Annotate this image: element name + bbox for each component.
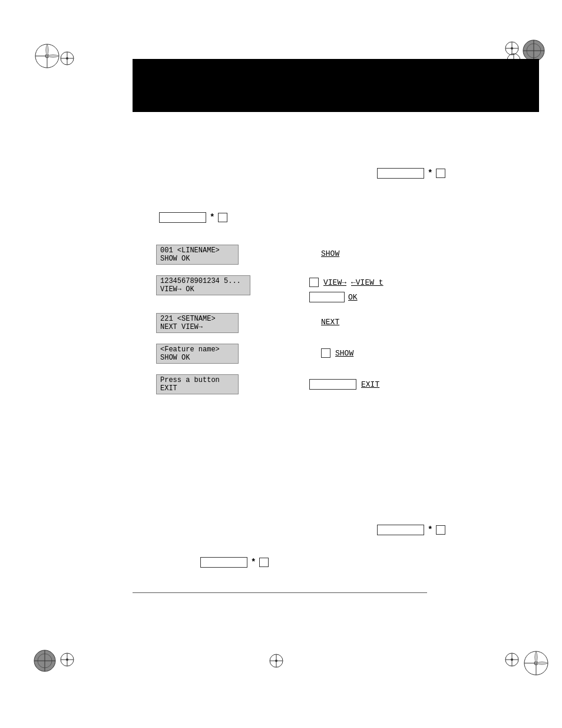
row-setname: 221 <SETNAME> NEXT VIEW→ NEXT [156, 313, 384, 333]
svg-point-27 [66, 658, 68, 661]
top-right-star: * [428, 169, 432, 178]
exit-input[interactable] [309, 379, 356, 390]
screen-exit: Press a button EXIT [156, 374, 274, 394]
bottom-right-input[interactable] [377, 525, 424, 535]
feature-checkbox[interactable] [321, 348, 330, 358]
row-feature: <Feature name> SHOW OK SHOW [156, 344, 384, 364]
row-exit: Press a button EXIT EXIT [156, 374, 384, 394]
screen-line1-exit: Press a button [160, 376, 234, 384]
screen-line1-view: 12345678901234 5... [160, 277, 246, 285]
screen-line1-setname: 221 <SETNAME> [160, 315, 234, 323]
mid-left-star: * [210, 213, 214, 222]
row-view-right: VIEW→ ←VIEW t OK [309, 275, 384, 302]
reg-mark-bottom-right-circle [521, 648, 551, 680]
show-label-1[interactable]: SHOW [321, 249, 339, 258]
next-label[interactable]: NEXT [321, 318, 339, 327]
mid-left-input-group: * [159, 212, 227, 223]
screen-box-view: 12345678901234 5... VIEW→ OK [156, 275, 250, 295]
bottom-left-checkbox[interactable] [259, 558, 269, 567]
reg-mark-top-left [32, 41, 62, 73]
screen-line1-feature: <Feature name> [160, 345, 234, 354]
bottom-left-input-group: * [200, 557, 269, 568]
screen-linename: 001 <LINENAME> SHOW OK [156, 245, 274, 265]
reg-mark-bottom-left [59, 651, 75, 670]
bottom-right-input-group: * [377, 525, 445, 535]
svg-point-31 [275, 660, 277, 662]
view-left-label[interactable]: ←VIEW t [351, 278, 384, 287]
screen-box-exit: Press a button EXIT [156, 374, 239, 394]
screen-box-feature: <Feature name> SHOW OK [156, 344, 239, 364]
show-label-2[interactable]: SHOW [335, 349, 353, 358]
view-checkbox[interactable] [309, 278, 319, 287]
svg-point-11 [511, 47, 513, 50]
view-input[interactable] [309, 292, 345, 302]
bottom-left-input[interactable] [200, 557, 247, 568]
reg-mark-bottom-right [504, 651, 520, 670]
bottom-left-star: * [251, 558, 256, 567]
mid-left-input[interactable] [159, 212, 206, 223]
screen-line2-view: VIEW→ OK [160, 285, 246, 294]
top-right-checkbox[interactable] [436, 169, 445, 178]
screen-box-linename: 001 <LINENAME> SHOW OK [156, 245, 239, 265]
bottom-right-star: * [428, 525, 432, 535]
bottom-right-checkbox[interactable] [436, 525, 445, 535]
svg-point-35 [511, 658, 513, 661]
row-exit-right: EXIT [309, 374, 379, 390]
horizontal-rule [133, 592, 427, 593]
main-content: 001 <LINENAME> SHOW OK SHOW 123456789012… [156, 245, 384, 405]
screen-line2-setname: NEXT VIEW→ [160, 323, 234, 331]
screen-box-setname: 221 <SETNAME> NEXT VIEW→ [156, 313, 239, 333]
svg-point-7 [66, 57, 68, 60]
screen-view: 12345678901234 5... VIEW→ OK [156, 275, 274, 295]
screen-setname: 221 <SETNAME> NEXT VIEW→ [156, 313, 274, 333]
row-linename-right: SHOW [321, 245, 339, 258]
exit-label[interactable]: EXIT [361, 380, 379, 389]
row-view: 12345678901234 5... VIEW→ OK VIEW→ ←VIEW… [156, 275, 384, 302]
header-bar [133, 59, 539, 112]
screen-line2-linename: SHOW OK [160, 255, 234, 263]
screen-line2-feature: SHOW OK [160, 354, 234, 362]
top-right-input-group: * [377, 168, 445, 179]
ok-label-view[interactable]: OK [348, 293, 358, 302]
reg-mark-bottom-center [268, 653, 285, 671]
row-linename: 001 <LINENAME> SHOW OK SHOW [156, 245, 384, 265]
reg-mark-top-left-2 [59, 50, 75, 69]
reg-mark-bottom-left-circle [32, 648, 57, 676]
screen-line1-linename: 001 <LINENAME> [160, 246, 234, 255]
mid-left-checkbox[interactable] [218, 213, 227, 222]
screen-feature: <Feature name> SHOW OK [156, 344, 274, 364]
screen-line2-exit: EXIT [160, 384, 234, 393]
view-right-label[interactable]: VIEW→ [323, 278, 346, 287]
row-feature-right: SHOW [321, 344, 353, 358]
row-setname-right: NEXT [321, 313, 339, 327]
top-right-input[interactable] [377, 168, 424, 179]
